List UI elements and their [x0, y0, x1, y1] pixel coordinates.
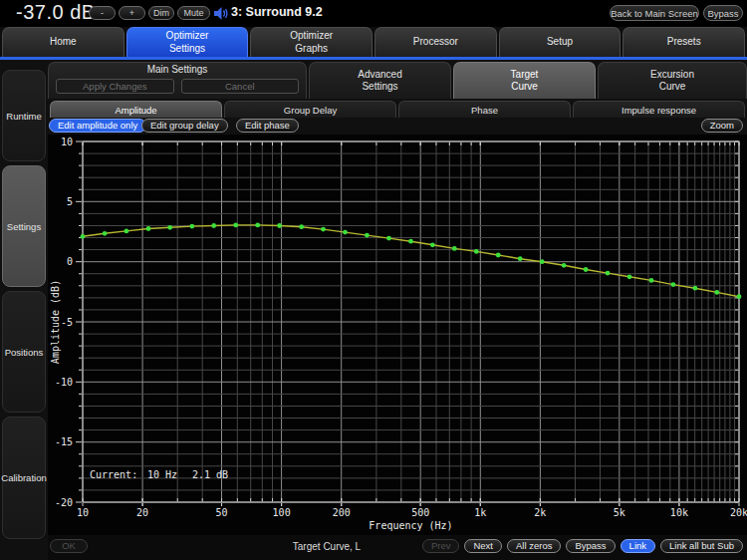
settings-tab-bar: Main Settings Apply Changes Cancel Advan…: [48, 62, 747, 99]
edit-mode-row: Edit amplitude only Edit group delay Edi…: [48, 119, 747, 135]
svg-text:-10: -10: [55, 377, 73, 388]
next-button[interactable]: Next: [464, 539, 502, 553]
sidebar-item-positions[interactable]: Positions: [2, 291, 46, 413]
svg-text:5k: 5k: [614, 507, 625, 518]
chart-area: 1050-5-10-15-201020501002005001k2k5k10k2…: [48, 135, 747, 535]
link-button[interactable]: Link: [621, 539, 655, 553]
tab-target-curve[interactable]: TargetCurve: [453, 62, 596, 99]
sidebar-item-calibration[interactable]: Calibration: [2, 417, 46, 539]
top-bar: -37.0 dB - + Dim Mute 3: Surround 9.2 Ba…: [0, 0, 747, 27]
svg-text:2k: 2k: [534, 507, 546, 518]
cancel-button[interactable]: Cancel: [181, 79, 300, 94]
svg-text:Amplitude (dB): Amplitude (dB): [50, 280, 61, 364]
svg-text:20k: 20k: [730, 507, 747, 518]
svg-text:200: 200: [333, 507, 351, 518]
edit-amplitude-only-button[interactable]: Edit amplitude only: [49, 119, 146, 133]
tab-impulse-response[interactable]: Impulse response: [573, 101, 745, 118]
speaker-icon: [213, 6, 229, 25]
sidebar-item-runtime[interactable]: Runtime: [2, 70, 46, 161]
svg-text:50: 50: [216, 507, 228, 518]
ok-button[interactable]: OK: [50, 539, 88, 553]
tab-processor[interactable]: Processor: [374, 27, 497, 57]
volume-up-button[interactable]: +: [119, 6, 145, 20]
tab-advanced-settings[interactable]: AdvancedSettings: [309, 62, 451, 99]
bypass-top-button[interactable]: Bypass: [703, 5, 743, 21]
svg-text:0: 0: [67, 256, 73, 267]
sidebar-item-settings[interactable]: Settings: [2, 165, 46, 287]
optimizer-app-window: -37.0 dB - + Dim Mute 3: Surround 9.2 Ba…: [0, 0, 747, 560]
target-curve-chart[interactable]: 1050-5-10-15-201020501002005001k2k5k10k2…: [48, 135, 747, 535]
svg-text:20: 20: [136, 507, 148, 518]
bypass-curve-button[interactable]: Bypass: [566, 539, 615, 553]
svg-text:10k: 10k: [670, 507, 688, 518]
svg-text:-15: -15: [55, 436, 73, 447]
volume-down-button[interactable]: -: [89, 6, 116, 20]
tab-setup[interactable]: Setup: [499, 27, 622, 57]
bottom-bar: OK Target Curve, L Prev Next All zeros B…: [48, 535, 747, 560]
tab-main-settings[interactable]: Main Settings Apply Changes Cancel: [48, 62, 307, 99]
apply-changes-button[interactable]: Apply Changes: [56, 79, 174, 94]
tab-group-delay[interactable]: Group Delay: [224, 101, 396, 118]
prev-button[interactable]: Prev: [422, 539, 460, 553]
body-area: Runtime Settings Positions Calibration M…: [0, 60, 747, 560]
svg-text:100: 100: [273, 507, 291, 518]
all-zeros-button[interactable]: All zeros: [507, 539, 561, 553]
mute-button[interactable]: Mute: [177, 6, 210, 20]
tab-optimizer-settings[interactable]: OptimizerSettings: [126, 27, 249, 57]
tab-excursion-curve[interactable]: ExcursionCurve: [598, 62, 747, 99]
svg-text:10 Hz: 10 Hz: [147, 469, 177, 480]
svg-text:1k: 1k: [474, 507, 486, 518]
volume-readout: -37.0 dB: [16, 1, 96, 24]
tab-presets[interactable]: Presets: [622, 27, 745, 57]
link-all-but-sub-button[interactable]: Link all but Sub: [660, 539, 743, 553]
svg-text:-5: -5: [61, 317, 73, 328]
back-to-main-screen-button[interactable]: Back to Main Screen: [610, 5, 699, 21]
main-tab-bar: Home OptimizerSettings OptimizerGraphs P…: [0, 27, 747, 57]
edit-phase-button[interactable]: Edit phase: [236, 119, 299, 133]
curve-type-tab-bar: Amplitude Group Delay Phase Impulse resp…: [48, 101, 747, 118]
svg-text:Frequency (Hz): Frequency (Hz): [369, 520, 452, 531]
window-title: 3: Surround 9.2: [231, 5, 323, 19]
svg-text:Current:: Current:: [90, 469, 137, 480]
tab-home[interactable]: Home: [2, 27, 124, 57]
svg-text:5: 5: [67, 196, 73, 207]
tab-optimizer-graphs[interactable]: OptimizerGraphs: [250, 27, 373, 57]
svg-text:2.1 dB: 2.1 dB: [192, 469, 228, 480]
dim-button[interactable]: Dim: [148, 6, 174, 20]
svg-text:10: 10: [61, 137, 73, 147]
channel-status-label: Target Curve, L: [247, 541, 406, 552]
tab-amplitude[interactable]: Amplitude: [50, 101, 222, 118]
tab-phase[interactable]: Phase: [398, 101, 571, 118]
zoom-button[interactable]: Zoom: [701, 119, 743, 133]
svg-text:-20: -20: [55, 497, 73, 508]
svg-text:500: 500: [411, 507, 429, 518]
edit-group-delay-button[interactable]: Edit group delay: [141, 119, 228, 133]
svg-text:10: 10: [77, 507, 89, 518]
